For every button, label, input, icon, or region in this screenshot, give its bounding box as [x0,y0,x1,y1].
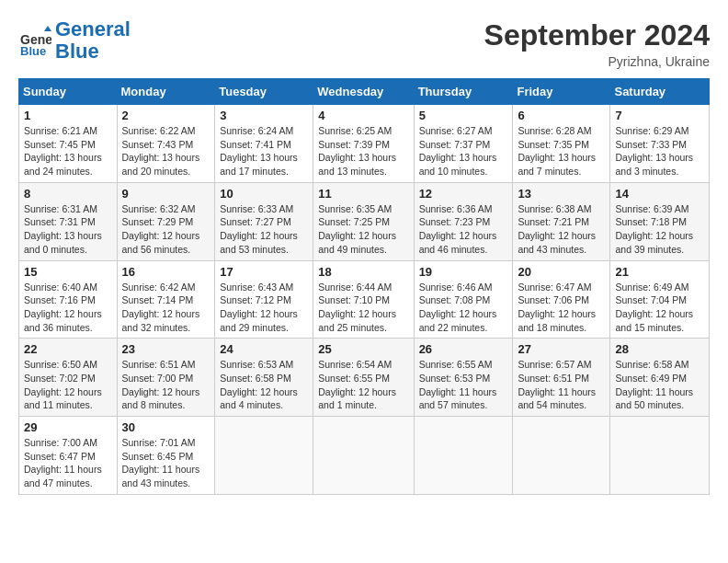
day-info: Sunrise: 6:35 AM Sunset: 7:25 PM Dayligh… [318,202,408,257]
calendar-day-cell: 25Sunrise: 6:54 AM Sunset: 6:55 PM Dayli… [313,339,414,417]
calendar-day-cell: 30Sunrise: 7:01 AM Sunset: 6:45 PM Dayli… [117,417,215,495]
day-info: Sunrise: 6:51 AM Sunset: 7:00 PM Dayligh… [122,358,210,412]
day-info: Sunrise: 6:21 AM Sunset: 7:45 PM Dayligh… [24,124,112,178]
calendar-day-cell: 19Sunrise: 6:46 AM Sunset: 7:08 PM Dayli… [414,260,513,339]
calendar-day-cell: 3Sunrise: 6:24 AM Sunset: 7:41 PM Daylig… [215,105,313,183]
day-info: Sunrise: 6:55 AM Sunset: 6:53 PM Dayligh… [419,358,508,412]
calendar-day-cell: 16Sunrise: 6:42 AM Sunset: 7:14 PM Dayli… [117,260,215,339]
calendar-day-cell: 26Sunrise: 6:55 AM Sunset: 6:53 PM Dayli… [414,339,513,417]
day-number: 12 [419,187,508,201]
day-info: Sunrise: 6:49 AM Sunset: 7:04 PM Dayligh… [615,281,704,335]
day-info: Sunrise: 6:53 AM Sunset: 6:58 PM Dayligh… [220,358,308,412]
day-number: 8 [24,187,112,201]
day-info: Sunrise: 6:25 AM Sunset: 7:39 PM Dayligh… [318,124,408,178]
weekday-header: Tuesday [215,79,313,105]
svg-marker-2 [44,26,51,31]
svg-text:Blue: Blue [20,44,46,57]
calendar-day-cell: 6Sunrise: 6:28 AM Sunset: 7:35 PM Daylig… [513,105,610,183]
day-number: 26 [419,342,508,356]
day-info: Sunrise: 6:31 AM Sunset: 7:31 PM Dayligh… [24,202,112,257]
calendar-day-cell: 2Sunrise: 6:22 AM Sunset: 7:43 PM Daylig… [117,105,215,183]
calendar-day-cell: 29Sunrise: 7:00 AM Sunset: 6:47 PM Dayli… [19,417,118,495]
calendar-day-cell: 12Sunrise: 6:36 AM Sunset: 7:23 PM Dayli… [414,182,513,260]
day-number: 27 [518,342,605,356]
day-info: Sunrise: 7:00 AM Sunset: 6:47 PM Dayligh… [24,436,112,490]
day-number: 19 [419,265,508,279]
day-info: Sunrise: 7:01 AM Sunset: 6:45 PM Dayligh… [122,436,210,490]
day-number: 15 [24,265,112,279]
calendar-day-cell: 13Sunrise: 6:38 AM Sunset: 7:21 PM Dayli… [513,182,610,260]
day-number: 21 [615,265,704,279]
day-info: Sunrise: 6:39 AM Sunset: 7:18 PM Dayligh… [615,202,704,257]
day-number: 29 [24,420,112,434]
weekday-header: Saturday [610,79,710,105]
calendar-empty-cell [313,417,414,495]
calendar-day-cell: 1Sunrise: 6:21 AM Sunset: 7:45 PM Daylig… [19,105,118,183]
calendar-day-cell: 23Sunrise: 6:51 AM Sunset: 7:00 PM Dayli… [117,339,215,417]
calendar-day-cell: 7Sunrise: 6:29 AM Sunset: 7:33 PM Daylig… [610,105,710,183]
calendar-day-cell: 8Sunrise: 6:31 AM Sunset: 7:31 PM Daylig… [19,182,118,260]
calendar-week-row: 8Sunrise: 6:31 AM Sunset: 7:31 PM Daylig… [19,182,710,260]
day-number: 23 [122,342,210,356]
calendar-day-cell: 28Sunrise: 6:58 AM Sunset: 6:49 PM Dayli… [610,339,710,417]
day-info: Sunrise: 6:58 AM Sunset: 6:49 PM Dayligh… [615,358,704,412]
calendar-empty-cell [414,417,513,495]
day-number: 4 [318,109,408,122]
calendar-week-row: 29Sunrise: 7:00 AM Sunset: 6:47 PM Dayli… [19,417,710,495]
calendar-day-cell: 18Sunrise: 6:44 AM Sunset: 7:10 PM Dayli… [313,260,414,339]
day-info: Sunrise: 6:43 AM Sunset: 7:12 PM Dayligh… [220,281,308,335]
logo-icon: General Blue [18,24,51,57]
day-info: Sunrise: 6:57 AM Sunset: 6:51 PM Dayligh… [518,358,605,412]
calendar-day-cell: 5Sunrise: 6:27 AM Sunset: 7:37 PM Daylig… [414,105,513,183]
day-info: Sunrise: 6:24 AM Sunset: 7:41 PM Dayligh… [220,124,308,178]
title-block: September 2024 Pyrizhna, Ukraine [484,18,710,69]
day-number: 22 [24,342,112,356]
day-number: 2 [122,109,210,122]
day-number: 16 [122,265,210,279]
calendar-day-cell: 21Sunrise: 6:49 AM Sunset: 7:04 PM Dayli… [610,260,710,339]
weekday-header: Thursday [414,79,513,105]
month-title: September 2024 [484,18,710,52]
day-number: 9 [122,187,210,201]
day-info: Sunrise: 6:50 AM Sunset: 7:02 PM Dayligh… [24,358,112,412]
day-number: 20 [518,265,605,279]
calendar-header-row: SundayMondayTuesdayWednesdayThursdayFrid… [19,79,710,105]
day-info: Sunrise: 6:44 AM Sunset: 7:10 PM Dayligh… [318,281,408,335]
day-number: 24 [220,342,308,356]
day-number: 7 [615,109,704,122]
calendar-day-cell: 20Sunrise: 6:47 AM Sunset: 7:06 PM Dayli… [513,260,610,339]
calendar-empty-cell [215,417,313,495]
calendar-table: SundayMondayTuesdayWednesdayThursdayFrid… [18,78,710,495]
day-info: Sunrise: 6:47 AM Sunset: 7:06 PM Dayligh… [518,281,605,335]
day-info: Sunrise: 6:38 AM Sunset: 7:21 PM Dayligh… [518,202,605,257]
weekday-header: Wednesday [313,79,414,105]
day-number: 3 [220,109,308,122]
day-number: 14 [615,187,704,201]
day-info: Sunrise: 6:32 AM Sunset: 7:29 PM Dayligh… [122,202,210,257]
calendar-day-cell: 9Sunrise: 6:32 AM Sunset: 7:29 PM Daylig… [117,182,215,260]
day-number: 13 [518,187,605,201]
calendar-empty-cell [513,417,610,495]
day-number: 28 [615,342,704,356]
subtitle: Pyrizhna, Ukraine [484,54,710,69]
calendar-day-cell: 17Sunrise: 6:43 AM Sunset: 7:12 PM Dayli… [215,260,313,339]
day-info: Sunrise: 6:27 AM Sunset: 7:37 PM Dayligh… [419,124,508,178]
day-number: 17 [220,265,308,279]
calendar-day-cell: 22Sunrise: 6:50 AM Sunset: 7:02 PM Dayli… [19,339,118,417]
day-info: Sunrise: 6:33 AM Sunset: 7:27 PM Dayligh… [220,202,308,257]
day-info: Sunrise: 6:54 AM Sunset: 6:55 PM Dayligh… [318,358,408,412]
calendar-day-cell: 24Sunrise: 6:53 AM Sunset: 6:58 PM Dayli… [215,339,313,417]
calendar-day-cell: 4Sunrise: 6:25 AM Sunset: 7:39 PM Daylig… [313,105,414,183]
calendar-day-cell: 10Sunrise: 6:33 AM Sunset: 7:27 PM Dayli… [215,182,313,260]
weekday-header: Sunday [19,79,118,105]
calendar-empty-cell [610,417,710,495]
day-number: 5 [419,109,508,122]
weekday-header: Friday [513,79,610,105]
day-info: Sunrise: 6:36 AM Sunset: 7:23 PM Dayligh… [419,202,508,257]
calendar-day-cell: 11Sunrise: 6:35 AM Sunset: 7:25 PM Dayli… [313,182,414,260]
calendar-week-row: 15Sunrise: 6:40 AM Sunset: 7:16 PM Dayli… [19,260,710,339]
day-info: Sunrise: 6:46 AM Sunset: 7:08 PM Dayligh… [419,281,508,335]
day-info: Sunrise: 6:29 AM Sunset: 7:33 PM Dayligh… [615,124,704,178]
calendar-day-cell: 14Sunrise: 6:39 AM Sunset: 7:18 PM Dayli… [610,182,710,260]
day-number: 18 [318,265,408,279]
